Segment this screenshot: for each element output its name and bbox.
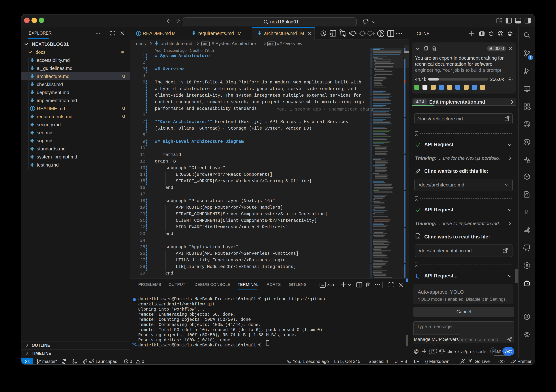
svg-text:R: R — [526, 263, 529, 268]
svg-text:abc: abc — [202, 42, 207, 45]
svg-text:R: R — [524, 209, 528, 216]
svg-text:abc: abc — [268, 42, 273, 45]
